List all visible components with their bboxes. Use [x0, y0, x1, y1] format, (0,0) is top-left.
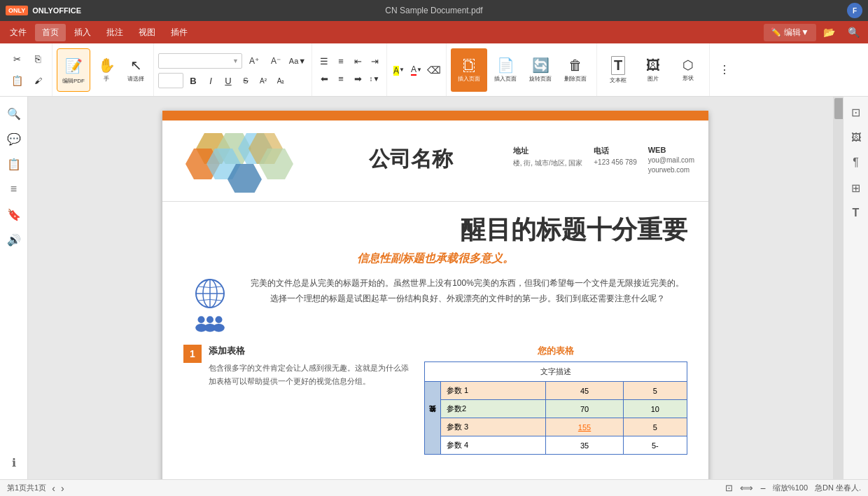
cut-button[interactable]: ✂	[7, 49, 27, 69]
edit-button[interactable]: ✏️ 编辑▼	[764, 24, 816, 41]
svg-point-14	[215, 316, 222, 323]
table-side-label: 投资补充	[425, 382, 441, 455]
indent-increase-button[interactable]: ⇥	[367, 53, 382, 69]
sidebar-audio[interactable]: 🔊	[3, 228, 25, 251]
table-row: 参数 3	[441, 418, 546, 436]
font-name-selector[interactable]: ▼	[158, 53, 242, 69]
numbered-section-1: 1 添加表格 包含很多字的文件肯定会让人感到很无趣。这就是为什么添加表格可以帮助…	[183, 345, 410, 387]
delete-page-button[interactable]: 🗑 删除页面	[559, 48, 592, 92]
current-page-button[interactable]: 🗋 插入页面	[451, 48, 487, 92]
right-sidebar-image[interactable]: 🖼	[846, 128, 866, 147]
table-title: 您的表格	[424, 345, 687, 357]
table-row: 参数 4	[441, 436, 546, 455]
sidebar-search[interactable]: 🔍	[3, 102, 25, 125]
insert-page-button[interactable]: 📄 插入页面	[489, 48, 522, 92]
svg-point-17	[213, 324, 225, 332]
italic-button[interactable]: I	[203, 73, 218, 88]
table-row: 5-	[623, 436, 687, 455]
fit-label: 急DN 坐春人.	[815, 483, 861, 493]
indent-decrease-button[interactable]: ⇤	[350, 53, 365, 69]
table-row: 5	[623, 382, 687, 400]
section-text-1: 包含很多字的文件肯定会让人感到很无趣。这就是为什么添加表格可以帮助提供一个更好的…	[209, 361, 410, 387]
company-name: 公司名称	[369, 145, 453, 174]
table-row: 参数 1	[441, 382, 546, 400]
paste-button[interactable]: 📋	[7, 71, 27, 90]
company-logo	[176, 126, 309, 193]
font-color-button[interactable]: A ▼	[409, 62, 424, 78]
app-avatar: F	[847, 3, 862, 18]
image-button[interactable]: 🖼 图片	[636, 48, 670, 92]
page-header-bar	[162, 111, 708, 120]
prev-page-button[interactable]: ‹	[52, 483, 55, 494]
font-case-button[interactable]: Aa▼	[288, 51, 307, 71]
list-ordered-button[interactable]: ≡	[333, 53, 349, 69]
table-row: 35	[546, 436, 623, 455]
fit-width-button[interactable]: ⟺	[740, 483, 753, 493]
table-row: 参数2	[441, 400, 546, 418]
shape-button[interactable]: ⬡ 形状	[671, 48, 705, 92]
sidebar-comments[interactable]: 💬	[3, 128, 25, 150]
globe-icon-area	[183, 276, 236, 333]
intro-text: 完美的文件总是从完美的标题开始的。虽然世界上没有100%完美的东西，但我们希望每…	[247, 276, 687, 306]
contact-info: 地址 楼, 街, 城市/地区, 国家 电话 +123 456 789 WEB y…	[513, 146, 694, 174]
table-row: 10	[623, 400, 687, 418]
more-tools-button[interactable]: ⋮	[714, 48, 735, 92]
table-row-link[interactable]: 155	[546, 418, 623, 436]
status-bar: 第1页共1页 ‹ › ⊡ ⟺ − 缩放%100 急DN 坐春人.	[0, 479, 868, 496]
next-page-button[interactable]: ›	[61, 483, 64, 494]
right-sidebar-table[interactable]: ⊞	[846, 178, 866, 198]
right-sidebar-fit[interactable]: ⊡	[846, 102, 866, 122]
strikethrough-button[interactable]: S	[238, 73, 253, 88]
list-unordered-button[interactable]: ☰	[316, 53, 332, 69]
sidebar-bookmarks[interactable]: ≡	[3, 178, 25, 200]
subtitle: 信息性副标题也承载很多意义。	[183, 252, 687, 266]
sidebar-bookmark2[interactable]: 🔖	[3, 203, 25, 226]
table-row: 5	[623, 418, 687, 436]
menu-plugin[interactable]: 插件	[164, 24, 195, 41]
bold-button[interactable]: B	[186, 73, 201, 88]
table-row: 70	[546, 400, 623, 418]
edit-pdf-button[interactable]: 📝 编辑PDF	[57, 48, 90, 92]
zoom-out-button[interactable]: −	[760, 483, 766, 494]
menu-view[interactable]: 视图	[132, 24, 162, 41]
format-paint-button[interactable]: 🖌	[28, 71, 48, 90]
section-number-1: 1	[183, 345, 202, 363]
highlight-color-button[interactable]: A ▼	[391, 62, 407, 78]
align-left-button[interactable]: ⬅	[316, 71, 332, 86]
open-location-button[interactable]: 📂	[818, 24, 841, 41]
menu-file[interactable]: 文件	[3, 24, 34, 41]
underline-button[interactable]: U	[220, 73, 236, 88]
font-size-up-button[interactable]: A⁺	[244, 51, 264, 71]
superscript-button[interactable]: A²	[255, 73, 271, 88]
main-title: 醒目的标题十分重要	[183, 213, 687, 247]
data-table: 文字描述 投资补充 参数 1 45 5	[424, 361, 687, 455]
menu-home[interactable]: 首页	[35, 24, 66, 41]
search-button[interactable]: 🔍	[842, 24, 865, 41]
sidebar-info[interactable]: ℹ	[3, 451, 25, 474]
menu-comment[interactable]: 批注	[99, 24, 130, 41]
align-right-button[interactable]: ➡	[350, 71, 365, 86]
copy-button[interactable]: ⎘	[28, 49, 48, 69]
app-logo: ONLY ONLYOFFICE	[6, 6, 81, 15]
hand-tool-button[interactable]: ✋ 手	[93, 48, 120, 92]
font-size-down-button[interactable]: A⁻	[266, 51, 286, 71]
right-sidebar-paragraph[interactable]: ¶	[846, 153, 866, 172]
font-size-selector[interactable]	[158, 73, 183, 88]
align-center-button[interactable]: ≡	[333, 71, 349, 86]
zoom-level: 缩放%100	[773, 483, 808, 493]
menu-insert[interactable]: 插入	[67, 24, 98, 41]
right-sidebar-text[interactable]: T	[846, 203, 866, 223]
sidebar-pages[interactable]: 📋	[3, 153, 25, 175]
eraser-button[interactable]: ⌫	[426, 62, 442, 78]
text-box-button[interactable]: T 文本框	[601, 48, 635, 92]
fit-page-button[interactable]: ⊡	[725, 483, 733, 493]
svg-point-12	[197, 316, 204, 323]
section-title-1: 添加表格	[209, 345, 410, 357]
subscript-button[interactable]: A₂	[273, 73, 288, 88]
window-title: CN Sample Document.pdf	[0, 6, 868, 15]
rotate-page-button[interactable]: 🔄 旋转页面	[524, 48, 557, 92]
page-info: 第1页共1页	[7, 483, 46, 493]
svg-point-13	[206, 316, 214, 323]
line-spacing-button[interactable]: ↕▼	[367, 71, 382, 86]
select-tool-button[interactable]: ↖ 请选择	[122, 48, 149, 92]
